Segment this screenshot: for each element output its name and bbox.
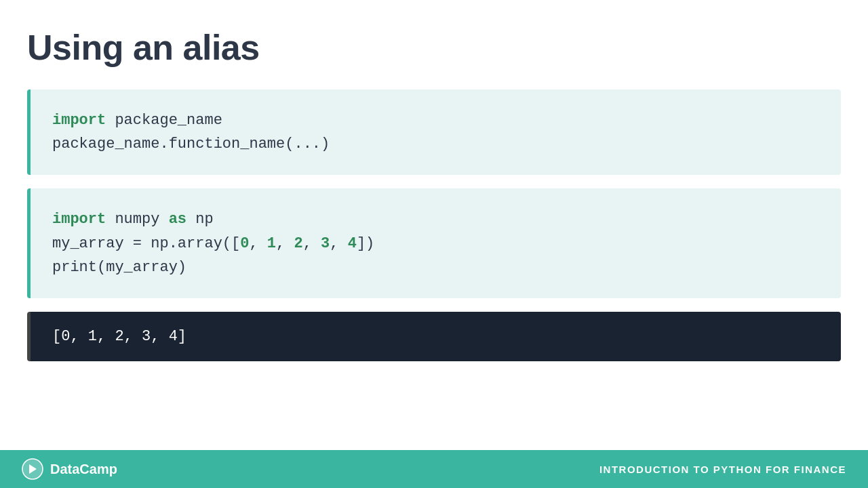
brand-name: DataCamp xyxy=(50,462,117,477)
code-num-1: 1 xyxy=(267,235,276,252)
code-line-1-1: import package_name xyxy=(52,108,819,132)
code-text-1: package_name xyxy=(106,112,222,129)
code-line-2-3: print(my_array) xyxy=(52,256,819,279)
code-sep-3: , xyxy=(303,235,321,252)
code-sep-2: , xyxy=(276,235,294,252)
code-sep-4: , xyxy=(330,235,347,252)
code-num-2: 2 xyxy=(294,235,302,252)
code-block-1: import package_name package_name.functio… xyxy=(27,89,841,175)
code-numpy: numpy xyxy=(106,211,168,228)
code-alias: np xyxy=(186,211,214,228)
output-text: [0, 1, 2, 3, 4] xyxy=(52,328,186,345)
keyword-import-2: import xyxy=(52,211,106,228)
code-array-start: my_array = np.array([ xyxy=(52,235,240,252)
output-block: [0, 1, 2, 3, 4] xyxy=(27,312,841,361)
main-content: Using an alias import package_name packa… xyxy=(0,0,868,450)
code-num-4: 4 xyxy=(348,235,357,252)
code-array-end: ]) xyxy=(357,235,374,252)
code-line-2-1: import numpy as np xyxy=(52,207,819,231)
keyword-import-1: import xyxy=(52,112,106,129)
code-block-2: import numpy as np my_array = np.array([… xyxy=(27,188,841,298)
code-sep-1: , xyxy=(249,235,267,252)
code-num-3: 3 xyxy=(321,235,330,252)
page-title: Using an alias xyxy=(27,27,841,68)
code-num-0: 0 xyxy=(240,235,249,252)
course-name: INTRODUCTION TO PYTHON FOR FINANCE xyxy=(599,464,846,475)
code-line-2-2: my_array = np.array([0, 1, 2, 3, 4]) xyxy=(52,232,819,256)
code-line-1-2: package_name.function_name(...) xyxy=(52,132,819,156)
footer: DataCamp INTRODUCTION TO PYTHON FOR FINA… xyxy=(0,450,868,488)
keyword-as: as xyxy=(169,211,186,228)
footer-brand: DataCamp xyxy=(22,458,117,480)
datacamp-logo-icon xyxy=(22,458,43,480)
